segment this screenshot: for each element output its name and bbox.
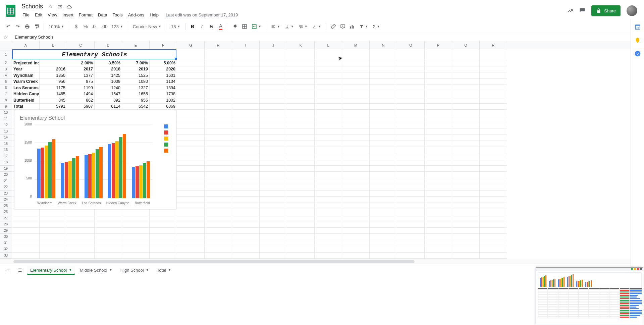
activity-icon[interactable] bbox=[567, 8, 573, 14]
cell[interactable]: 2020 bbox=[150, 66, 177, 73]
cell[interactable] bbox=[452, 141, 480, 147]
cell[interactable] bbox=[342, 110, 370, 116]
cell[interactable] bbox=[480, 203, 507, 209]
cell[interactable] bbox=[452, 221, 480, 228]
cell[interactable] bbox=[12, 221, 40, 228]
row-header-23[interactable]: 23 bbox=[0, 191, 12, 197]
grid-area[interactable]: ABCDEFGHIJKLMNOPQR 1Elementary Schools2P… bbox=[0, 41, 644, 259]
col-header-A[interactable]: A bbox=[12, 41, 40, 49]
cell[interactable] bbox=[232, 172, 260, 178]
cell[interactable] bbox=[177, 215, 205, 222]
cell[interactable] bbox=[342, 234, 370, 240]
cell[interactable] bbox=[177, 72, 205, 79]
cell[interactable] bbox=[452, 66, 480, 73]
col-header-H[interactable]: H bbox=[205, 41, 232, 49]
cell[interactable] bbox=[260, 91, 287, 98]
cell[interactable] bbox=[287, 178, 315, 184]
cell[interactable] bbox=[315, 246, 342, 253]
cell[interactable] bbox=[480, 253, 507, 259]
cell[interactable] bbox=[122, 215, 150, 222]
cell[interactable] bbox=[452, 240, 480, 247]
row-header-13[interactable]: 13 bbox=[0, 128, 12, 135]
cell[interactable]: 5907 bbox=[67, 104, 95, 110]
cell[interactable] bbox=[260, 128, 287, 135]
cell[interactable] bbox=[480, 228, 507, 234]
cell[interactable] bbox=[342, 240, 370, 247]
cell[interactable] bbox=[260, 191, 287, 197]
cell[interactable] bbox=[177, 79, 205, 85]
cell[interactable] bbox=[480, 191, 507, 197]
cell[interactable] bbox=[370, 159, 397, 166]
cell[interactable]: 1394 bbox=[150, 85, 177, 91]
menu-file[interactable]: File bbox=[20, 11, 32, 19]
cell[interactable] bbox=[260, 172, 287, 178]
cell[interactable] bbox=[232, 259, 260, 259]
cell[interactable] bbox=[260, 116, 287, 122]
cell[interactable] bbox=[232, 209, 260, 215]
cell[interactable] bbox=[232, 116, 260, 122]
row-header-11[interactable]: 11 bbox=[0, 116, 12, 122]
cell[interactable] bbox=[342, 104, 370, 110]
cell[interactable] bbox=[232, 49, 260, 60]
cell[interactable] bbox=[370, 153, 397, 160]
col-header-L[interactable]: L bbox=[315, 41, 342, 49]
cell[interactable] bbox=[287, 91, 315, 98]
cell[interactable] bbox=[260, 259, 287, 259]
cell[interactable] bbox=[397, 141, 425, 147]
cell[interactable] bbox=[12, 209, 40, 215]
cell[interactable] bbox=[342, 166, 370, 172]
cell[interactable] bbox=[480, 60, 507, 66]
cell[interactable] bbox=[397, 203, 425, 209]
cell[interactable] bbox=[480, 128, 507, 135]
cell[interactable] bbox=[232, 134, 260, 141]
cell[interactable] bbox=[397, 60, 425, 66]
cell[interactable] bbox=[342, 259, 370, 259]
cell[interactable] bbox=[397, 246, 425, 253]
cell[interactable] bbox=[205, 209, 232, 215]
col-header-K[interactable]: K bbox=[287, 41, 315, 49]
cell[interactable] bbox=[480, 122, 507, 128]
cell[interactable] bbox=[452, 122, 480, 128]
cell[interactable] bbox=[232, 72, 260, 79]
cell[interactable]: 3.50% bbox=[95, 60, 122, 66]
select-all-corner[interactable] bbox=[0, 41, 12, 49]
cell[interactable] bbox=[342, 153, 370, 160]
cell[interactable] bbox=[95, 259, 122, 259]
row-header-28[interactable]: 28 bbox=[0, 221, 12, 228]
cell[interactable] bbox=[232, 234, 260, 240]
cell[interactable] bbox=[232, 153, 260, 160]
cell[interactable] bbox=[95, 215, 122, 222]
cell[interactable] bbox=[425, 203, 452, 209]
cell[interactable]: Wyndham bbox=[12, 72, 40, 79]
sheet-tab[interactable]: High School▼ bbox=[117, 266, 152, 275]
row-header-16[interactable]: 16 bbox=[0, 147, 12, 153]
cell[interactable] bbox=[452, 104, 480, 110]
chart-button[interactable] bbox=[348, 22, 357, 31]
cell[interactable] bbox=[397, 66, 425, 73]
cell[interactable] bbox=[287, 104, 315, 110]
cell[interactable] bbox=[425, 191, 452, 197]
cloud-icon[interactable] bbox=[66, 4, 72, 10]
cell[interactable] bbox=[480, 91, 507, 98]
cell[interactable] bbox=[370, 184, 397, 191]
cell[interactable] bbox=[425, 209, 452, 215]
horizontal-scrollbar[interactable] bbox=[0, 259, 644, 264]
font-size-dropdown[interactable]: 18▼ bbox=[169, 22, 182, 31]
cell[interactable] bbox=[177, 259, 205, 259]
row-header-32[interactable]: 32 bbox=[0, 246, 12, 253]
cell[interactable] bbox=[315, 141, 342, 147]
cell[interactable] bbox=[205, 240, 232, 247]
cell[interactable] bbox=[205, 91, 232, 98]
cell[interactable] bbox=[150, 253, 177, 259]
cell[interactable] bbox=[287, 97, 315, 104]
cell[interactable] bbox=[287, 66, 315, 73]
cell[interactable] bbox=[260, 97, 287, 104]
valign-dropdown[interactable]: ▼ bbox=[283, 22, 296, 31]
cell[interactable] bbox=[287, 60, 315, 66]
col-header-I[interactable]: I bbox=[232, 41, 260, 49]
cell[interactable] bbox=[260, 49, 287, 60]
menu-view[interactable]: View bbox=[45, 11, 59, 19]
cell[interactable] bbox=[315, 147, 342, 153]
cell[interactable] bbox=[205, 134, 232, 141]
cell[interactable] bbox=[425, 122, 452, 128]
